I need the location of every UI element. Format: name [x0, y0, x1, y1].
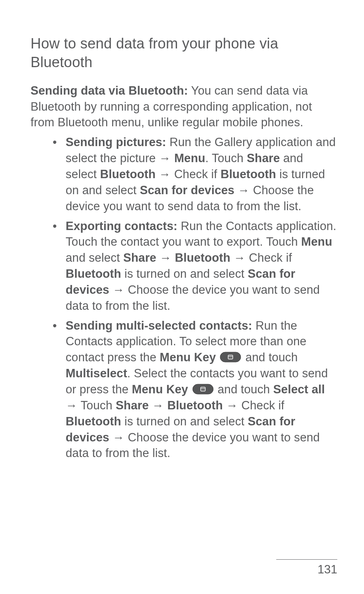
menu-label: Menu — [171, 151, 205, 165]
arrow-right-icon: → — [152, 399, 164, 412]
text: and touch — [214, 383, 274, 396]
page-footer: 131 — [276, 559, 337, 576]
multiselect-label: Multiselect — [66, 367, 127, 380]
text — [109, 283, 113, 296]
bluetooth-label: Bluetooth — [175, 251, 230, 264]
text — [234, 184, 238, 197]
bluetooth-label: Bluetooth — [167, 399, 223, 412]
text — [156, 167, 159, 181]
text: Touch — [77, 399, 116, 412]
list-item: Exporting contacts: Run the Contacts app… — [66, 218, 337, 314]
intro-paragraph: Sending data via Bluetooth: You can send… — [31, 83, 337, 131]
text: is turned on and select — [121, 415, 248, 428]
arrow-right-icon: → — [234, 251, 246, 264]
text: is turned on and select — [121, 267, 248, 280]
text — [172, 251, 175, 264]
share-label: Share — [116, 399, 149, 412]
page-number: 131 — [276, 563, 337, 576]
menu-key-label: Menu Key — [160, 351, 216, 364]
arrow-right-icon: → — [159, 151, 171, 165]
bulleted-list: Sending pictures: Run the Gallery applic… — [31, 134, 337, 461]
list-item: Sending pictures: Run the Gallery applic… — [66, 134, 337, 214]
intro-lead: Sending data via Bluetooth: — [31, 84, 188, 97]
bullet-lead: Sending pictures: — [66, 135, 166, 149]
text: Check if — [246, 251, 292, 264]
arrow-right-icon: → — [238, 184, 250, 197]
text: Check if — [171, 167, 221, 181]
menu-key-icon — [192, 384, 214, 394]
arrow-right-icon: → — [159, 167, 171, 181]
bluetooth-label: Bluetooth — [66, 415, 121, 428]
bluetooth-label: Bluetooth — [100, 167, 156, 181]
share-label: Share — [247, 151, 280, 165]
text: Check if — [238, 399, 285, 412]
text: and select — [66, 251, 123, 264]
select-all-label: Select all — [273, 383, 325, 396]
arrow-right-icon: → — [113, 283, 124, 296]
arrow-right-icon: → — [226, 399, 238, 412]
bluetooth-label: Bluetooth — [66, 267, 121, 280]
bullet-lead: Sending multi-selected contacts: — [66, 319, 252, 332]
footer-rule — [276, 559, 337, 560]
text — [230, 251, 234, 264]
text — [216, 351, 219, 364]
svg-rect-0 — [220, 352, 241, 362]
text: . Touch — [205, 151, 247, 165]
arrow-right-icon: → — [66, 399, 77, 412]
text — [109, 431, 113, 444]
bullet-lead: Exporting contacts: — [66, 219, 177, 233]
menu-label: Menu — [301, 235, 332, 248]
text: and touch — [242, 351, 298, 364]
section-heading: How to send data from your phone via Blu… — [31, 34, 337, 72]
arrow-right-icon: → — [113, 431, 124, 444]
arrow-right-icon: → — [159, 251, 171, 264]
list-item: Sending multi-selected contacts: Run the… — [66, 318, 337, 462]
text — [149, 399, 152, 412]
menu-key-label: Menu Key — [132, 383, 188, 396]
text — [188, 383, 192, 396]
share-label: Share — [123, 251, 156, 264]
svg-rect-2 — [193, 384, 213, 394]
menu-key-icon — [220, 352, 241, 362]
text — [223, 399, 226, 412]
bluetooth-label: Bluetooth — [221, 167, 276, 181]
scan-label: Scan for devices — [140, 184, 234, 197]
